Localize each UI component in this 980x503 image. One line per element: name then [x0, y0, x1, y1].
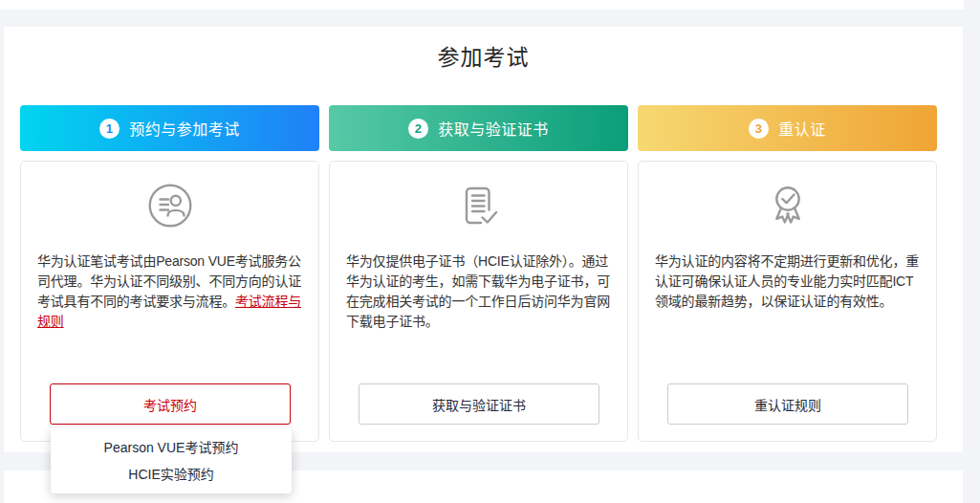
step-header-recertification: 3 重认证 [638, 105, 937, 151]
dropdown-item-pearson-vue[interactable]: Pearson VUE考试预约 [51, 434, 292, 461]
take-exam-section: 参加考试 1 预约与参加考试 华为认证笔试考试由Pearson VUE考试服务公… [4, 27, 963, 452]
step-column-certificate: 2 获取与验证证书 华为仅提供电子证书（HCIE认证除外）。通过华为认证的考生，… [329, 105, 628, 442]
previous-section-remnant [0, 0, 964, 10]
medal-check-icon [765, 183, 811, 229]
step-column-recertification: 3 重认证 华为认证的内容将不定期进行更新和优化，重认证可确保认证人员的专业能力… [638, 105, 937, 442]
card-description: 华为认证笔试考试由Pearson VUE考试服务公司代理。华为认证不同级别、不同… [37, 252, 307, 332]
step-number-badge: 2 [408, 119, 428, 139]
step-header-certificate: 2 获取与验证证书 [329, 105, 628, 151]
step-number-badge: 1 [99, 119, 120, 139]
step-column-booking: 1 预约与参加考试 华为认证笔试考试由Pearson VUE考试服务公司代理。华… [20, 105, 319, 442]
step-header-label: 重认证 [778, 117, 826, 140]
step-header-booking: 1 预约与参加考试 [20, 105, 319, 151]
card-description: 华为仅提供电子证书（HCIE认证除外）。通过华为认证的考生，如需下载华为电子证书… [346, 252, 616, 332]
booking-card: 华为认证笔试考试由Pearson VUE考试服务公司代理。华为认证不同级别、不同… [20, 161, 319, 442]
recertification-rules-button[interactable]: 重认证规则 [667, 383, 908, 425]
recertification-card: 华为认证的内容将不定期进行更新和优化，重认证可确保认证人员的专业能力实时匹配IC… [638, 161, 937, 442]
card-description: 华为认证的内容将不定期进行更新和优化，重认证可确保认证人员的专业能力实时匹配IC… [655, 252, 925, 312]
exam-booking-dropdown: Pearson VUE考试预约 HCIE实验预约 [51, 427, 292, 493]
section-title: 参加考试 [4, 43, 963, 72]
exam-booking-button[interactable]: 考试预约 [50, 383, 291, 425]
document-check-icon [456, 183, 502, 229]
step-header-label: 获取与验证证书 [438, 117, 549, 140]
certificate-card: 华为仅提供电子证书（HCIE认证除外）。通过华为认证的考生，如需下载华为电子证书… [329, 161, 628, 442]
card-description-text: 华为认证的内容将不定期进行更新和优化，重认证可确保认证人员的专业能力实时匹配IC… [655, 253, 919, 309]
step-header-label: 预约与参加考试 [129, 117, 240, 140]
card-description-text: 华为仅提供电子证书（HCIE认证除外）。通过华为认证的考生，如需下载华为电子证书… [346, 253, 610, 329]
contact-profile-icon [147, 183, 193, 229]
get-verify-certificate-button[interactable]: 获取与验证证书 [359, 383, 599, 425]
dropdown-item-hcie-lab[interactable]: HCIE实验预约 [51, 461, 292, 488]
step-number-badge: 3 [749, 119, 769, 139]
